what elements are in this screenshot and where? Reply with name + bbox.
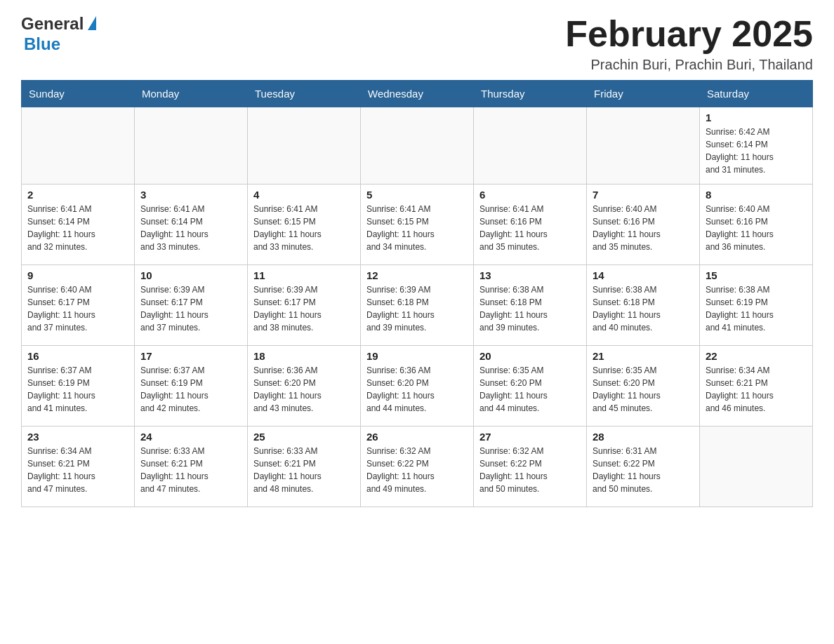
day-info: Sunrise: 6:34 AM Sunset: 6:21 PM Dayligh… [706,364,807,415]
calendar-week-2: 2Sunrise: 6:41 AM Sunset: 6:14 PM Daylig… [22,185,813,265]
calendar-cell: 14Sunrise: 6:38 AM Sunset: 6:18 PM Dayli… [587,265,700,346]
calendar-cell [587,107,700,185]
day-info: Sunrise: 6:41 AM Sunset: 6:14 PM Dayligh… [140,203,241,253]
day-header-friday: Friday [587,81,700,107]
day-info: Sunrise: 6:31 AM Sunset: 6:22 PM Dayligh… [593,445,694,495]
calendar-cell: 21Sunrise: 6:35 AM Sunset: 6:20 PM Dayli… [587,346,700,427]
calendar-cell [135,107,248,185]
calendar-cell: 7Sunrise: 6:40 AM Sunset: 6:16 PM Daylig… [587,185,700,265]
day-number: 20 [479,350,581,362]
day-header-thursday: Thursday [474,81,587,107]
day-info: Sunrise: 6:35 AM Sunset: 6:20 PM Dayligh… [593,364,694,415]
logo-general: General [21,14,84,34]
day-number: 19 [366,350,468,362]
calendar-cell: 5Sunrise: 6:41 AM Sunset: 6:15 PM Daylig… [361,185,474,265]
calendar-cell: 3Sunrise: 6:41 AM Sunset: 6:14 PM Daylig… [135,185,248,265]
day-number: 8 [706,189,807,201]
day-info: Sunrise: 6:41 AM Sunset: 6:14 PM Dayligh… [27,203,128,253]
day-number: 1 [706,112,807,123]
calendar-week-5: 23Sunrise: 6:34 AM Sunset: 6:21 PM Dayli… [22,427,813,507]
day-info: Sunrise: 6:41 AM Sunset: 6:16 PM Dayligh… [479,203,581,253]
calendar-header-row: SundayMondayTuesdayWednesdayThursdayFrid… [22,81,813,107]
calendar-week-4: 16Sunrise: 6:37 AM Sunset: 6:19 PM Dayli… [22,346,813,427]
page-header: General Blue February 2025 Prachin Buri,… [21,14,813,73]
calendar-week-3: 9Sunrise: 6:40 AM Sunset: 6:17 PM Daylig… [22,265,813,346]
calendar-cell: 8Sunrise: 6:40 AM Sunset: 6:16 PM Daylig… [700,185,813,265]
day-info: Sunrise: 6:39 AM Sunset: 6:17 PM Dayligh… [253,283,355,334]
calendar-cell: 28Sunrise: 6:31 AM Sunset: 6:22 PM Dayli… [587,427,700,507]
month-title: February 2025 [565,14,813,54]
day-info: Sunrise: 6:39 AM Sunset: 6:18 PM Dayligh… [366,283,468,334]
logo-blue: Blue [21,34,141,55]
calendar-cell: 4Sunrise: 6:41 AM Sunset: 6:15 PM Daylig… [248,185,361,265]
day-header-wednesday: Wednesday [361,81,474,107]
day-number: 15 [706,269,807,281]
day-number: 27 [479,431,581,443]
calendar-cell: 17Sunrise: 6:37 AM Sunset: 6:19 PM Dayli… [135,346,248,427]
calendar-cell: 25Sunrise: 6:33 AM Sunset: 6:21 PM Dayli… [248,427,361,507]
day-info: Sunrise: 6:32 AM Sunset: 6:22 PM Dayligh… [479,445,581,495]
day-info: Sunrise: 6:33 AM Sunset: 6:21 PM Dayligh… [140,445,241,495]
calendar-cell [474,107,587,185]
day-number: 5 [366,189,468,201]
day-number: 23 [27,431,128,443]
calendar-cell: 27Sunrise: 6:32 AM Sunset: 6:22 PM Dayli… [474,427,587,507]
day-number: 28 [593,431,694,443]
calendar-cell: 11Sunrise: 6:39 AM Sunset: 6:17 PM Dayli… [248,265,361,346]
calendar-cell: 10Sunrise: 6:39 AM Sunset: 6:17 PM Dayli… [135,265,248,346]
day-number: 18 [253,350,355,362]
day-number: 26 [366,431,468,443]
day-info: Sunrise: 6:39 AM Sunset: 6:17 PM Dayligh… [140,283,241,334]
calendar-cell [700,427,813,507]
day-info: Sunrise: 6:41 AM Sunset: 6:15 PM Dayligh… [253,203,355,253]
day-number: 7 [593,189,694,201]
day-number: 21 [593,350,694,362]
day-info: Sunrise: 6:38 AM Sunset: 6:19 PM Dayligh… [706,283,807,334]
day-number: 13 [479,269,581,281]
day-info: Sunrise: 6:38 AM Sunset: 6:18 PM Dayligh… [479,283,581,334]
calendar-cell: 1Sunrise: 6:42 AM Sunset: 6:14 PM Daylig… [700,107,813,185]
day-info: Sunrise: 6:36 AM Sunset: 6:20 PM Dayligh… [366,364,468,415]
day-info: Sunrise: 6:42 AM Sunset: 6:14 PM Dayligh… [706,126,807,176]
location-title: Prachin Buri, Prachin Buri, Thailand [565,57,813,73]
day-number: 6 [479,189,581,201]
day-info: Sunrise: 6:41 AM Sunset: 6:15 PM Dayligh… [366,203,468,253]
calendar-cell [361,107,474,185]
day-info: Sunrise: 6:33 AM Sunset: 6:21 PM Dayligh… [253,445,355,495]
calendar-week-1: 1Sunrise: 6:42 AM Sunset: 6:14 PM Daylig… [22,107,813,185]
day-number: 10 [140,269,241,281]
day-info: Sunrise: 6:40 AM Sunset: 6:16 PM Dayligh… [593,203,694,253]
day-header-saturday: Saturday [700,81,813,107]
calendar-cell [248,107,361,185]
day-info: Sunrise: 6:37 AM Sunset: 6:19 PM Dayligh… [27,364,128,415]
title-section: February 2025 Prachin Buri, Prachin Buri… [565,14,813,73]
calendar-cell: 13Sunrise: 6:38 AM Sunset: 6:18 PM Dayli… [474,265,587,346]
calendar-cell: 12Sunrise: 6:39 AM Sunset: 6:18 PM Dayli… [361,265,474,346]
day-header-monday: Monday [135,81,248,107]
day-info: Sunrise: 6:32 AM Sunset: 6:22 PM Dayligh… [366,445,468,495]
day-info: Sunrise: 6:40 AM Sunset: 6:16 PM Dayligh… [706,203,807,253]
day-number: 14 [593,269,694,281]
calendar-cell [22,107,135,185]
calendar-cell: 18Sunrise: 6:36 AM Sunset: 6:20 PM Dayli… [248,346,361,427]
day-header-tuesday: Tuesday [248,81,361,107]
calendar-cell: 16Sunrise: 6:37 AM Sunset: 6:19 PM Dayli… [22,346,135,427]
day-info: Sunrise: 6:35 AM Sunset: 6:20 PM Dayligh… [479,364,581,415]
calendar-cell: 9Sunrise: 6:40 AM Sunset: 6:17 PM Daylig… [22,265,135,346]
day-info: Sunrise: 6:36 AM Sunset: 6:20 PM Dayligh… [253,364,355,415]
calendar-table: SundayMondayTuesdayWednesdayThursdayFrid… [21,80,813,507]
calendar-cell: 6Sunrise: 6:41 AM Sunset: 6:16 PM Daylig… [474,185,587,265]
calendar-cell: 2Sunrise: 6:41 AM Sunset: 6:14 PM Daylig… [22,185,135,265]
day-info: Sunrise: 6:40 AM Sunset: 6:17 PM Dayligh… [27,283,128,334]
day-number: 2 [27,189,128,201]
day-number: 22 [706,350,807,362]
calendar-cell: 23Sunrise: 6:34 AM Sunset: 6:21 PM Dayli… [22,427,135,507]
day-number: 12 [366,269,468,281]
day-info: Sunrise: 6:34 AM Sunset: 6:21 PM Dayligh… [27,445,128,495]
day-number: 17 [140,350,241,362]
day-info: Sunrise: 6:38 AM Sunset: 6:18 PM Dayligh… [593,283,694,334]
day-info: Sunrise: 6:37 AM Sunset: 6:19 PM Dayligh… [140,364,241,415]
calendar-cell: 24Sunrise: 6:33 AM Sunset: 6:21 PM Dayli… [135,427,248,507]
day-number: 3 [140,189,241,201]
day-number: 24 [140,431,241,443]
